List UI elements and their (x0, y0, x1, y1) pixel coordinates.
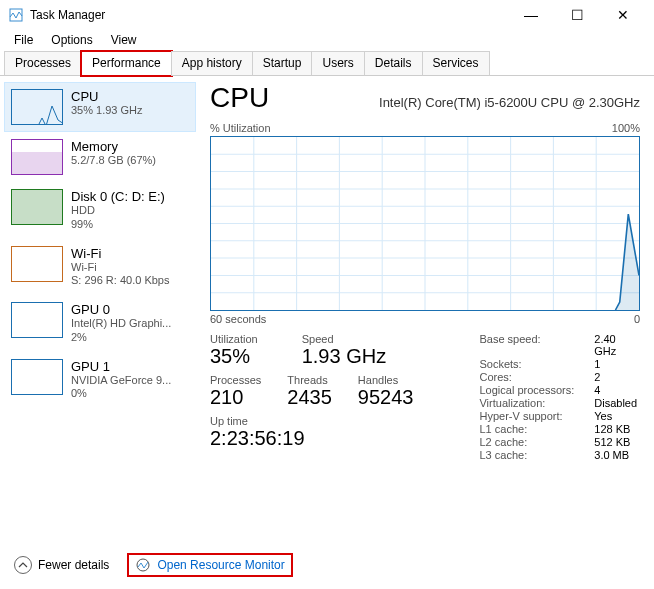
sidebar-disk-sub1: HDD (71, 204, 165, 218)
svg-rect-1 (12, 152, 63, 175)
sidebar-gpu0-label: GPU 0 (71, 302, 171, 317)
sidebar-memory-sub: 5.2/7.8 GB (67%) (71, 154, 156, 168)
sidebar-item-gpu1[interactable]: GPU 1 NVIDIA GeForce 9... 0% (4, 352, 196, 409)
sidebar-gpu0-sub2: 2% (71, 331, 171, 345)
cpu-model: Intel(R) Core(TM) i5-6200U CPU @ 2.30GHz (379, 95, 640, 110)
open-resource-monitor-label: Open Resource Monitor (157, 558, 284, 572)
menu-file[interactable]: File (6, 31, 41, 49)
title-bar: Task Manager ― ☐ ✕ (0, 0, 654, 30)
footer: Fewer details Open Resource Monitor (14, 555, 291, 575)
cpu-utilization-chart (210, 136, 640, 311)
sidebar-gpu1-label: GPU 1 (71, 359, 171, 374)
menu-view[interactable]: View (103, 31, 145, 49)
chart-x-min: 0 (634, 313, 640, 325)
tab-processes[interactable]: Processes (4, 51, 82, 76)
page-title: CPU (210, 82, 269, 114)
tab-users[interactable]: Users (311, 51, 364, 76)
sidebar-item-gpu0[interactable]: GPU 0 Intel(R) HD Graphi... 2% (4, 295, 196, 352)
sidebar-disk-sub2: 99% (71, 218, 165, 232)
sidebar-wifi-sub2: S: 296 R: 40.0 Kbps (71, 274, 169, 288)
uptime-label: Up time (210, 415, 439, 427)
sidebar-disk-label: Disk 0 (C: D: E:) (71, 189, 165, 204)
fewer-details-button[interactable]: Fewer details (14, 556, 109, 574)
sidebar-cpu-label: CPU (71, 89, 143, 104)
utilization-label: Utilization (210, 333, 258, 345)
sidebar-cpu-sub: 35% 1.93 GHz (71, 104, 143, 118)
chart-y-label: % Utilization (210, 122, 271, 134)
tab-app-history[interactable]: App history (171, 51, 253, 76)
performance-sidebar: CPU 35% 1.93 GHz Memory 5.2/7.8 GB (67%)… (0, 76, 200, 536)
sidebar-wifi-label: Wi-Fi (71, 246, 169, 261)
processes-value: 210 (210, 386, 261, 409)
speed-value: 1.93 GHz (302, 345, 386, 368)
maximize-button[interactable]: ☐ (554, 0, 600, 30)
performance-main: CPU Intel(R) Core(TM) i5-6200U CPU @ 2.3… (200, 76, 654, 536)
cpu-spec-table: Base speed:2.40 GHz Sockets:1 Cores:2 Lo… (479, 333, 640, 461)
sidebar-gpu0-sub1: Intel(R) HD Graphi... (71, 317, 171, 331)
sidebar-item-wifi[interactable]: Wi-Fi Wi-Fi S: 296 R: 40.0 Kbps (4, 239, 196, 296)
threads-value: 2435 (287, 386, 332, 409)
fewer-details-label: Fewer details (38, 558, 109, 572)
processes-label: Processes (210, 374, 261, 386)
utilization-value: 35% (210, 345, 258, 368)
menu-options[interactable]: Options (43, 31, 100, 49)
chart-x-max: 60 seconds (210, 313, 266, 325)
minimize-button[interactable]: ― (508, 0, 554, 30)
chevron-up-icon (14, 556, 32, 574)
window-title: Task Manager (30, 8, 105, 22)
uptime-value: 2:23:56:19 (210, 427, 439, 450)
speed-label: Speed (302, 333, 386, 345)
sidebar-item-cpu[interactable]: CPU 35% 1.93 GHz (4, 82, 196, 132)
tab-services[interactable]: Services (422, 51, 490, 76)
threads-label: Threads (287, 374, 332, 386)
app-icon (8, 7, 24, 23)
sidebar-wifi-sub1: Wi-Fi (71, 261, 169, 275)
handles-label: Handles (358, 374, 414, 386)
sidebar-gpu1-sub1: NVIDIA GeForce 9... (71, 374, 171, 388)
sidebar-item-memory[interactable]: Memory 5.2/7.8 GB (67%) (4, 132, 196, 182)
tab-details[interactable]: Details (364, 51, 423, 76)
sidebar-memory-label: Memory (71, 139, 156, 154)
tab-performance[interactable]: Performance (81, 51, 172, 76)
tab-startup[interactable]: Startup (252, 51, 313, 76)
close-button[interactable]: ✕ (600, 0, 646, 30)
menu-bar: File Options View (0, 30, 654, 50)
chart-y-max: 100% (612, 122, 640, 134)
svg-point-21 (137, 559, 149, 571)
open-resource-monitor-link[interactable]: Open Resource Monitor (129, 555, 290, 575)
resource-monitor-icon (135, 557, 151, 573)
svg-rect-2 (12, 190, 63, 225)
handles-value: 95243 (358, 386, 414, 409)
sidebar-gpu1-sub2: 0% (71, 387, 171, 401)
tab-bar: Processes Performance App history Startu… (0, 50, 654, 76)
sidebar-item-disk[interactable]: Disk 0 (C: D: E:) HDD 99% (4, 182, 196, 239)
